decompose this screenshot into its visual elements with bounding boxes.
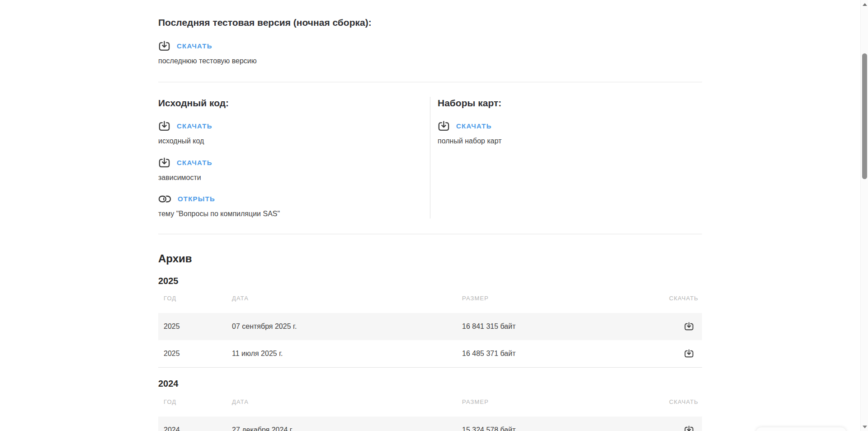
nightly-title: Последняя тестовая версия (ночная сборка…	[158, 16, 702, 29]
download-link-label: СКАЧАТЬ	[177, 159, 212, 166]
download-icon	[684, 426, 694, 431]
download-link-desc: последнюю тестовую версию	[158, 57, 702, 66]
section-divider	[158, 234, 702, 234]
nightly-download-link[interactable]: СКАЧАТЬ	[158, 40, 212, 52]
archive-section: Архив 2025 ГОД ДАТА РАЗМЕР СКАЧАТЬ 2025 …	[158, 251, 702, 431]
download-link-label: СКАЧАТЬ	[177, 42, 212, 50]
header-cell-download: СКАЧАТЬ	[643, 398, 702, 405]
download-icon	[158, 41, 170, 51]
archive-table-2024: 2024 27 декабря 2024 г. 15 324 578 байт	[158, 417, 702, 431]
cell-size: 16 841 315 байт	[462, 322, 643, 331]
table-row: 2025 07 сентября 2025 г. 16 841 315 байт	[158, 313, 702, 340]
header-cell-year: ГОД	[164, 398, 232, 405]
download-page: Последняя тестовая версия (ночная сборка…	[158, 0, 702, 431]
two-column-section: Исходный код: СКАЧАТЬ исходный код СКАЧА…	[158, 97, 702, 218]
archive-table-header: ГОД ДАТА РАЗМЕР СКАЧАТЬ	[158, 294, 702, 303]
scroll-up-arrow-icon[interactable]	[863, 3, 867, 6]
forum-topic-open-link[interactable]: ОТКРЫТЬ	[158, 193, 215, 205]
download-icon	[684, 349, 694, 358]
table-row: 2025 11 июля 2025 г. 16 485 371 байт	[158, 340, 702, 367]
cell-size: 16 485 371 байт	[462, 350, 643, 358]
download-icon	[684, 322, 694, 331]
download-link-desc: исходный код	[158, 137, 430, 146]
cell-size: 15 324 578 байт	[462, 426, 643, 431]
scrollbar-thumb[interactable]	[862, 53, 867, 179]
nightly-section: Последняя тестовая версия (ночная сборка…	[158, 16, 702, 66]
header-cell-size: РАЗМЕР	[462, 295, 643, 302]
row-download-button[interactable]	[684, 426, 694, 431]
source-code-column: Исходный код: СКАЧАТЬ исходный код СКАЧА…	[158, 97, 430, 218]
year-heading-2024: 2024	[158, 378, 702, 389]
link-icon	[158, 194, 171, 204]
cell-year: 2025	[164, 322, 232, 331]
scroll-down-arrow-icon[interactable]	[863, 426, 867, 428]
download-icon	[158, 157, 170, 168]
open-link-desc: тему "Вопросы по компиляции SAS"	[158, 209, 430, 218]
section-divider	[158, 82, 702, 82]
header-cell-date: ДАТА	[232, 295, 462, 302]
source-download-item: СКАЧАТЬ исходный код	[158, 120, 430, 146]
cell-date: 27 декабря 2024 г.	[232, 426, 462, 431]
dependencies-download-item: СКАЧАТЬ зависимости	[158, 156, 430, 182]
cell-year: 2025	[164, 350, 232, 358]
header-cell-date: ДАТА	[232, 398, 462, 405]
map-sets-column: Наборы карт: СКАЧАТЬ полный набор карт	[430, 97, 702, 218]
maps-download-link[interactable]: СКАЧАТЬ	[438, 120, 492, 132]
year-heading-2025: 2025	[158, 275, 702, 287]
download-link-label: СКАЧАТЬ	[177, 122, 212, 130]
download-link-desc: полный набор карт	[438, 137, 702, 146]
header-cell-size: РАЗМЕР	[462, 398, 643, 405]
archive-title: Архив	[158, 251, 702, 266]
open-link-label: ОТКРЫТЬ	[178, 195, 215, 203]
map-sets-title: Наборы карт:	[438, 97, 702, 109]
download-link-label: СКАЧАТЬ	[456, 122, 492, 130]
download-icon	[158, 121, 170, 131]
maps-download-item: СКАЧАТЬ полный набор карт	[438, 120, 702, 146]
download-icon	[438, 121, 450, 131]
download-link-desc: зависимости	[158, 173, 430, 182]
nightly-download-item: СКАЧАТЬ последнюю тестовую версию	[158, 40, 702, 66]
source-code-download-link[interactable]: СКАЧАТЬ	[158, 120, 212, 132]
row-download-button[interactable]	[684, 322, 694, 331]
row-download-button[interactable]	[684, 349, 694, 358]
source-code-title: Исходный код:	[158, 97, 430, 109]
forum-topic-item: ОТКРЫТЬ тему "Вопросы по компиляции SAS"	[158, 193, 430, 218]
cell-year: 2024	[164, 426, 232, 431]
dependencies-download-link[interactable]: СКАЧАТЬ	[158, 156, 212, 168]
header-cell-download: СКАЧАТЬ	[643, 295, 702, 302]
cell-date: 11 июля 2025 г.	[232, 350, 462, 358]
scrollbar[interactable]	[860, 0, 868, 431]
archive-table-header: ГОД ДАТА РАЗМЕР СКАЧАТЬ	[158, 398, 702, 407]
header-cell-year: ГОД	[164, 295, 232, 302]
table-row: 2024 27 декабря 2024 г. 15 324 578 байт	[158, 417, 702, 431]
cell-date: 07 сентября 2025 г.	[232, 322, 462, 331]
floating-panel	[756, 427, 846, 431]
archive-table-2025: 2025 07 сентября 2025 г. 16 841 315 байт…	[158, 313, 702, 368]
